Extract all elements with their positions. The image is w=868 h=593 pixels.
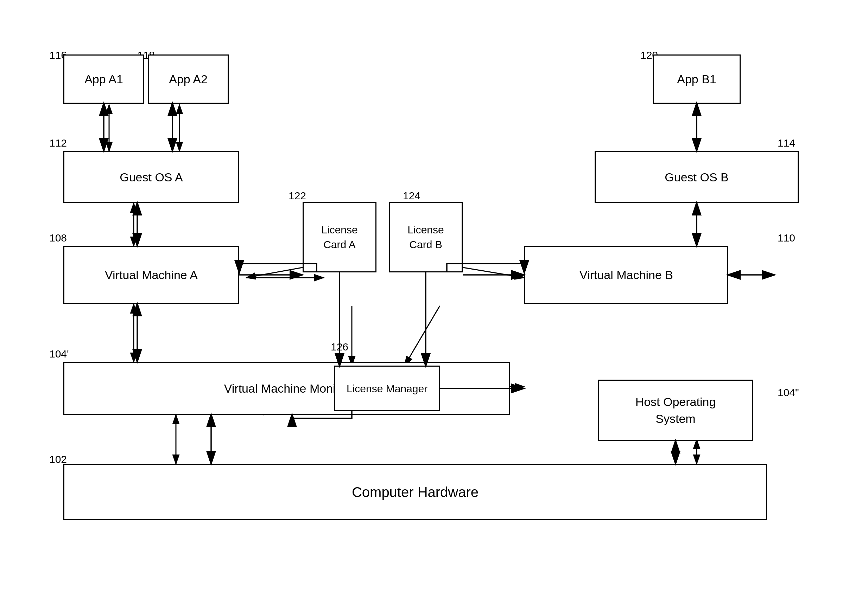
box-virtualMachineB-label: Virtual Machine B — [580, 267, 673, 283]
ref-108: 108 — [49, 232, 67, 244]
box-computerHardware: Computer Hardware — [63, 464, 767, 520]
ref-114: 114 — [778, 137, 795, 149]
box-guestOSB-label: Guest OS B — [665, 169, 728, 185]
box-appA1-label: App A1 — [84, 71, 123, 87]
box-appA2-label: App A2 — [169, 71, 208, 87]
ref-110: 110 — [778, 232, 795, 244]
ref-102: 102 — [49, 453, 67, 465]
box-licenseCardB: License Card B — [389, 202, 463, 272]
box-appB1-label: App B1 — [677, 71, 716, 87]
box-guestOSA-label: Guest OS A — [120, 169, 183, 185]
box-guestOSA: Guest OS A — [63, 151, 239, 203]
box-vmm: Virtual Machine Monitor — [63, 362, 510, 415]
ref-122: 122 — [288, 190, 306, 202]
box-hostOS: Host Operating System — [598, 380, 753, 441]
box-computerHardware-label: Computer Hardware — [352, 483, 478, 501]
box-guestOSB: Guest OS B — [595, 151, 799, 203]
ref-124: 124 — [403, 190, 421, 202]
box-licenseCardA-label: License Card A — [321, 222, 357, 252]
box-licenseCardA: License Card A — [303, 202, 376, 272]
box-virtualMachineA-label: Virtual Machine A — [105, 267, 198, 283]
box-vmm-label: Virtual Machine Monitor — [224, 381, 350, 396]
svg-line-15 — [404, 306, 440, 366]
box-licenseManager: License Manager — [334, 366, 440, 411]
ref-104prime: 104' — [49, 348, 69, 360]
box-licenseManager-label: License Manager — [347, 382, 428, 396]
ref-126: 126 — [331, 341, 348, 353]
ref-112: 112 — [49, 137, 67, 149]
box-appA2: App A2 — [148, 54, 229, 104]
ref-104doubleprime: 104" — [778, 387, 799, 399]
diagram-container: 116 118 120 112 114 122 124 108 110 104'… — [0, 0, 868, 593]
box-virtualMachineA: Virtual Machine A — [63, 246, 239, 304]
box-virtualMachineB: Virtual Machine B — [524, 246, 728, 304]
box-licenseCardB-label: License Card B — [407, 222, 444, 252]
box-appA1: App A1 — [63, 54, 144, 104]
box-appB1: App B1 — [652, 54, 741, 104]
box-hostOS-label: Host Operating System — [635, 394, 716, 427]
